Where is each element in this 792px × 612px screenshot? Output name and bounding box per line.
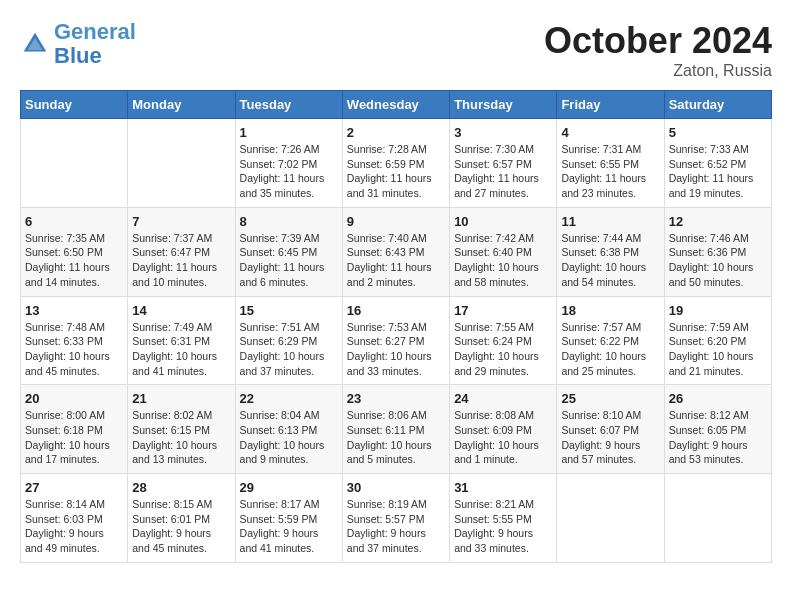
calendar-header: Sunday Monday Tuesday Wednesday Thursday… [21, 91, 772, 119]
day-info: Sunrise: 8:04 AMSunset: 6:13 PMDaylight:… [240, 408, 338, 467]
day-info: Sunrise: 8:19 AMSunset: 5:57 PMDaylight:… [347, 497, 445, 556]
logo-line1: General [54, 19, 136, 44]
day-info: Sunrise: 8:17 AMSunset: 5:59 PMDaylight:… [240, 497, 338, 556]
day-number: 31 [454, 480, 552, 495]
table-cell: 25Sunrise: 8:10 AMSunset: 6:07 PMDayligh… [557, 385, 664, 474]
weekday-row: Sunday Monday Tuesday Wednesday Thursday… [21, 91, 772, 119]
day-number: 25 [561, 391, 659, 406]
day-info: Sunrise: 7:44 AMSunset: 6:38 PMDaylight:… [561, 231, 659, 290]
table-row: 6Sunrise: 7:35 AMSunset: 6:50 PMDaylight… [21, 207, 772, 296]
table-cell: 13Sunrise: 7:48 AMSunset: 6:33 PMDayligh… [21, 296, 128, 385]
table-cell: 22Sunrise: 8:04 AMSunset: 6:13 PMDayligh… [235, 385, 342, 474]
col-wednesday: Wednesday [342, 91, 449, 119]
table-cell: 17Sunrise: 7:55 AMSunset: 6:24 PMDayligh… [450, 296, 557, 385]
day-info: Sunrise: 8:15 AMSunset: 6:01 PMDaylight:… [132, 497, 230, 556]
day-number: 4 [561, 125, 659, 140]
day-number: 6 [25, 214, 123, 229]
table-cell: 18Sunrise: 7:57 AMSunset: 6:22 PMDayligh… [557, 296, 664, 385]
col-sunday: Sunday [21, 91, 128, 119]
table-cell [128, 119, 235, 208]
day-number: 26 [669, 391, 767, 406]
table-cell: 19Sunrise: 7:59 AMSunset: 6:20 PMDayligh… [664, 296, 771, 385]
table-cell: 2Sunrise: 7:28 AMSunset: 6:59 PMDaylight… [342, 119, 449, 208]
table-cell: 9Sunrise: 7:40 AMSunset: 6:43 PMDaylight… [342, 207, 449, 296]
day-info: Sunrise: 8:14 AMSunset: 6:03 PMDaylight:… [25, 497, 123, 556]
day-info: Sunrise: 7:39 AMSunset: 6:45 PMDaylight:… [240, 231, 338, 290]
table-cell: 16Sunrise: 7:53 AMSunset: 6:27 PMDayligh… [342, 296, 449, 385]
day-number: 7 [132, 214, 230, 229]
day-info: Sunrise: 8:08 AMSunset: 6:09 PMDaylight:… [454, 408, 552, 467]
logo-text: General Blue [54, 20, 136, 68]
col-tuesday: Tuesday [235, 91, 342, 119]
day-number: 10 [454, 214, 552, 229]
table-cell: 5Sunrise: 7:33 AMSunset: 6:52 PMDaylight… [664, 119, 771, 208]
table-cell: 7Sunrise: 7:37 AMSunset: 6:47 PMDaylight… [128, 207, 235, 296]
logo-icon [20, 29, 50, 59]
logo: General Blue [20, 20, 136, 68]
table-cell: 24Sunrise: 8:08 AMSunset: 6:09 PMDayligh… [450, 385, 557, 474]
table-cell: 1Sunrise: 7:26 AMSunset: 7:02 PMDaylight… [235, 119, 342, 208]
day-info: Sunrise: 7:55 AMSunset: 6:24 PMDaylight:… [454, 320, 552, 379]
table-row: 1Sunrise: 7:26 AMSunset: 7:02 PMDaylight… [21, 119, 772, 208]
day-number: 1 [240, 125, 338, 140]
day-info: Sunrise: 7:53 AMSunset: 6:27 PMDaylight:… [347, 320, 445, 379]
table-cell: 15Sunrise: 7:51 AMSunset: 6:29 PMDayligh… [235, 296, 342, 385]
table-cell: 8Sunrise: 7:39 AMSunset: 6:45 PMDaylight… [235, 207, 342, 296]
table-row: 20Sunrise: 8:00 AMSunset: 6:18 PMDayligh… [21, 385, 772, 474]
table-cell: 11Sunrise: 7:44 AMSunset: 6:38 PMDayligh… [557, 207, 664, 296]
table-cell: 3Sunrise: 7:30 AMSunset: 6:57 PMDaylight… [450, 119, 557, 208]
day-number: 18 [561, 303, 659, 318]
day-number: 16 [347, 303, 445, 318]
table-row: 27Sunrise: 8:14 AMSunset: 6:03 PMDayligh… [21, 474, 772, 563]
day-number: 13 [25, 303, 123, 318]
day-number: 12 [669, 214, 767, 229]
day-info: Sunrise: 7:26 AMSunset: 7:02 PMDaylight:… [240, 142, 338, 201]
table-cell: 21Sunrise: 8:02 AMSunset: 6:15 PMDayligh… [128, 385, 235, 474]
day-number: 30 [347, 480, 445, 495]
day-info: Sunrise: 7:33 AMSunset: 6:52 PMDaylight:… [669, 142, 767, 201]
table-cell: 20Sunrise: 8:00 AMSunset: 6:18 PMDayligh… [21, 385, 128, 474]
logo-line2: Blue [54, 43, 102, 68]
day-number: 19 [669, 303, 767, 318]
day-number: 29 [240, 480, 338, 495]
table-cell: 31Sunrise: 8:21 AMSunset: 5:55 PMDayligh… [450, 474, 557, 563]
day-number: 15 [240, 303, 338, 318]
day-info: Sunrise: 7:57 AMSunset: 6:22 PMDaylight:… [561, 320, 659, 379]
col-thursday: Thursday [450, 91, 557, 119]
day-info: Sunrise: 8:06 AMSunset: 6:11 PMDaylight:… [347, 408, 445, 467]
table-cell: 4Sunrise: 7:31 AMSunset: 6:55 PMDaylight… [557, 119, 664, 208]
table-cell [21, 119, 128, 208]
day-info: Sunrise: 7:40 AMSunset: 6:43 PMDaylight:… [347, 231, 445, 290]
table-cell: 30Sunrise: 8:19 AMSunset: 5:57 PMDayligh… [342, 474, 449, 563]
day-number: 5 [669, 125, 767, 140]
day-info: Sunrise: 7:48 AMSunset: 6:33 PMDaylight:… [25, 320, 123, 379]
day-info: Sunrise: 7:42 AMSunset: 6:40 PMDaylight:… [454, 231, 552, 290]
col-saturday: Saturday [664, 91, 771, 119]
day-number: 27 [25, 480, 123, 495]
col-friday: Friday [557, 91, 664, 119]
day-number: 3 [454, 125, 552, 140]
day-number: 23 [347, 391, 445, 406]
location: Zaton, Russia [544, 62, 772, 80]
table-cell: 26Sunrise: 8:12 AMSunset: 6:05 PMDayligh… [664, 385, 771, 474]
day-number: 17 [454, 303, 552, 318]
table-cell: 27Sunrise: 8:14 AMSunset: 6:03 PMDayligh… [21, 474, 128, 563]
page-header: General Blue October 2024 Zaton, Russia [20, 20, 772, 80]
day-info: Sunrise: 7:35 AMSunset: 6:50 PMDaylight:… [25, 231, 123, 290]
day-number: 8 [240, 214, 338, 229]
day-number: 20 [25, 391, 123, 406]
calendar-body: 1Sunrise: 7:26 AMSunset: 7:02 PMDaylight… [21, 119, 772, 563]
table-cell: 23Sunrise: 8:06 AMSunset: 6:11 PMDayligh… [342, 385, 449, 474]
day-info: Sunrise: 7:37 AMSunset: 6:47 PMDaylight:… [132, 231, 230, 290]
day-number: 2 [347, 125, 445, 140]
day-info: Sunrise: 7:59 AMSunset: 6:20 PMDaylight:… [669, 320, 767, 379]
day-info: Sunrise: 7:31 AMSunset: 6:55 PMDaylight:… [561, 142, 659, 201]
col-monday: Monday [128, 91, 235, 119]
day-number: 28 [132, 480, 230, 495]
table-cell: 12Sunrise: 7:46 AMSunset: 6:36 PMDayligh… [664, 207, 771, 296]
table-cell: 29Sunrise: 8:17 AMSunset: 5:59 PMDayligh… [235, 474, 342, 563]
day-number: 11 [561, 214, 659, 229]
day-info: Sunrise: 7:30 AMSunset: 6:57 PMDaylight:… [454, 142, 552, 201]
day-info: Sunrise: 7:49 AMSunset: 6:31 PMDaylight:… [132, 320, 230, 379]
table-cell [557, 474, 664, 563]
